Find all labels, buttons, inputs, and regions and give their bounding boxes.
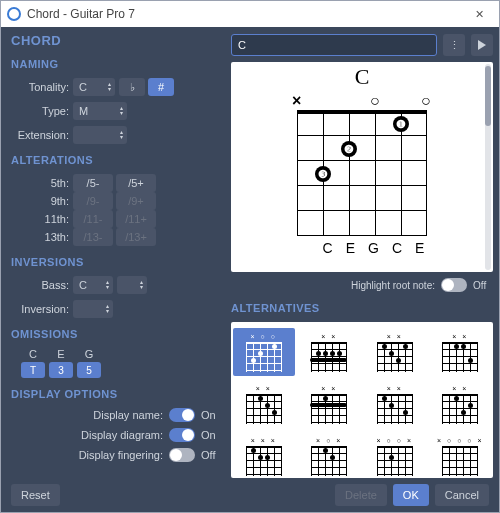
- stepper-icon: ▴▾: [120, 130, 123, 140]
- note-labels: C E G C E: [300, 240, 425, 256]
- inversion-label: Inversion:: [11, 303, 69, 315]
- alternative-item[interactable]: × × ×: [233, 432, 295, 478]
- chord-name-value: C: [238, 39, 246, 51]
- display-fingering-toggle[interactable]: [169, 448, 195, 462]
- omission-note: C: [29, 348, 37, 360]
- highlight-label: Highlight root note:: [351, 280, 435, 291]
- kebab-menu-icon[interactable]: ⋮: [443, 34, 465, 56]
- omission-note: E: [57, 348, 64, 360]
- flat-button[interactable]: ♭: [119, 78, 145, 96]
- display-name-label: Display name:: [93, 409, 163, 421]
- alteration-minus[interactable]: /11-: [73, 210, 113, 228]
- alternative-item[interactable]: × ×: [430, 380, 492, 428]
- display-diagram-label: Display diagram:: [81, 429, 163, 441]
- alteration-plus[interactable]: /9+: [116, 192, 156, 210]
- alteration-label: 13th:: [11, 231, 69, 243]
- alterations-section: ALTERATIONS: [11, 154, 221, 166]
- alternative-item[interactable]: × ×: [364, 380, 426, 428]
- reset-button[interactable]: Reset: [11, 484, 60, 506]
- tonality-label: Tonality:: [11, 81, 69, 93]
- bass-select[interactable]: C ▴▾: [73, 276, 113, 294]
- display-diagram-toggle[interactable]: [169, 428, 195, 442]
- play-icon[interactable]: [471, 34, 493, 56]
- tonality-value: C: [79, 81, 87, 93]
- bass-string-select[interactable]: ▴▾: [117, 276, 147, 294]
- extension-label: Extension:: [11, 129, 69, 141]
- display-diagram-state: On: [201, 429, 221, 441]
- bass-value: C: [79, 279, 87, 291]
- chord-dialog: Chord - Guitar Pro 7 ✕ CHORD NAMING Tona…: [0, 0, 500, 513]
- delete-button[interactable]: Delete: [335, 484, 387, 506]
- ok-button[interactable]: OK: [393, 484, 429, 506]
- display-name-toggle[interactable]: [169, 408, 195, 422]
- stepper-icon: ▴▾: [108, 82, 111, 92]
- alteration-label: 9th:: [11, 195, 69, 207]
- alternatives-panel[interactable]: × ○ ○× ×× ×× ×× ×× ×× ×× ×× × ×× ○ ×× ○ …: [231, 322, 493, 478]
- omission-button[interactable]: T: [21, 362, 45, 378]
- alteration-label: 5th:: [11, 177, 69, 189]
- close-icon[interactable]: ✕: [459, 1, 499, 27]
- chord-name-input[interactable]: C: [231, 34, 437, 56]
- preview-scrollbar[interactable]: [485, 64, 491, 270]
- display-fingering-state: Off: [201, 449, 221, 461]
- omission-button[interactable]: 5: [77, 362, 101, 378]
- fret-dot: ❷: [341, 141, 357, 157]
- display-name-state: On: [201, 409, 221, 421]
- dialog-footer: Reset Delete OK Cancel: [1, 478, 499, 512]
- stepper-icon: ▴▾: [106, 280, 109, 290]
- fret-dot: ❸: [315, 166, 331, 182]
- type-value: M: [79, 105, 88, 117]
- stepper-icon: ▴▾: [140, 280, 143, 290]
- inversion-select[interactable]: ▴▾: [73, 300, 113, 318]
- alternative-item[interactable]: × ○ ○: [233, 328, 295, 376]
- inversions-section: INVERSIONS: [11, 256, 221, 268]
- alteration-label: 11th:: [11, 213, 69, 225]
- alteration-plus[interactable]: /5+: [116, 174, 156, 192]
- preview-chord-name: C: [355, 64, 370, 90]
- alternative-item[interactable]: × ×: [299, 380, 361, 428]
- alternative-item[interactable]: × ×: [364, 328, 426, 376]
- alternative-item[interactable]: × ×: [430, 328, 492, 376]
- alteration-minus[interactable]: /13-: [73, 228, 113, 246]
- omission-note: G: [85, 348, 94, 360]
- alteration-minus[interactable]: /9-: [73, 192, 113, 210]
- window-title: Chord - Guitar Pro 7: [27, 7, 135, 21]
- alteration-plus[interactable]: /11+: [116, 210, 156, 228]
- chord-preview: C × ○ ○ ❶: [231, 62, 493, 272]
- alternative-item[interactable]: × ×: [233, 380, 295, 428]
- alternatives-section: ALTERNATIVES: [231, 302, 493, 314]
- chord-header: CHORD: [11, 33, 221, 48]
- alteration-minus[interactable]: /5-: [73, 174, 113, 192]
- sharp-button[interactable]: #: [148, 78, 174, 96]
- fretboard-diagram: × ○ ○ ❶ ❷ ❸: [297, 96, 427, 236]
- highlight-toggle[interactable]: [441, 278, 467, 292]
- alternative-item[interactable]: × ×: [299, 328, 361, 376]
- omissions-section: OMISSIONS: [11, 328, 221, 340]
- fret-dot: ❶: [393, 116, 409, 132]
- app-icon: [7, 7, 21, 21]
- naming-section: NAMING: [11, 58, 221, 70]
- bass-label: Bass:: [11, 279, 69, 291]
- stepper-icon: ▴▾: [120, 106, 123, 116]
- extension-select[interactable]: ▴▾: [73, 126, 127, 144]
- omission-button[interactable]: 3: [49, 362, 73, 378]
- cancel-button[interactable]: Cancel: [435, 484, 489, 506]
- alteration-plus[interactable]: /13+: [116, 228, 156, 246]
- display-fingering-label: Display fingering:: [79, 449, 163, 461]
- display-section: DISPLAY OPTIONS: [11, 388, 221, 400]
- alternative-item[interactable]: × ○ ○ ×: [364, 432, 426, 478]
- highlight-state: Off: [473, 280, 493, 291]
- tonality-select[interactable]: C ▴▾: [73, 78, 115, 96]
- type-select[interactable]: M ▴▾: [73, 102, 127, 120]
- titlebar[interactable]: Chord - Guitar Pro 7 ✕: [1, 1, 499, 27]
- stepper-icon: ▴▾: [106, 304, 109, 314]
- alternative-item[interactable]: × ○ ○ ○ ×: [430, 432, 492, 478]
- type-label: Type:: [11, 105, 69, 117]
- alternative-item[interactable]: × ○ ×: [299, 432, 361, 478]
